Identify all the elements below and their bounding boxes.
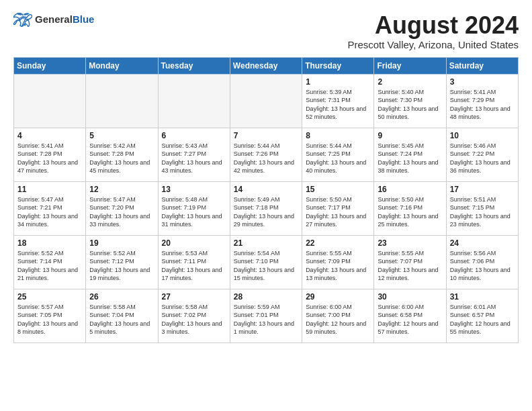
calendar-cell: 25Sunrise: 5:57 AMSunset: 7:05 PMDayligh… xyxy=(14,289,86,342)
day-number: 29 xyxy=(306,292,370,302)
day-number: 30 xyxy=(378,292,442,302)
col-friday: Friday xyxy=(374,57,446,74)
calendar-cell: 13Sunrise: 5:48 AMSunset: 7:19 PMDayligh… xyxy=(158,181,230,235)
cell-sun-info: Sunrise: 5:58 AMSunset: 7:02 PMDaylight:… xyxy=(162,303,226,336)
cell-sun-info: Sunrise: 5:45 AMSunset: 7:24 PMDaylight:… xyxy=(378,142,442,175)
cell-sun-info: Sunrise: 6:00 AMSunset: 6:58 PMDaylight:… xyxy=(378,303,442,336)
calendar-cell: 12Sunrise: 5:47 AMSunset: 7:20 PMDayligh… xyxy=(86,181,158,235)
calendar-cell xyxy=(14,74,86,128)
day-number: 3 xyxy=(450,77,515,87)
calendar-cell: 6Sunrise: 5:43 AMSunset: 7:27 PMDaylight… xyxy=(158,128,230,181)
page: GeneralBlue August 2024 Prescott Valley,… xyxy=(0,0,532,411)
cell-sun-info: Sunrise: 5:54 AMSunset: 7:10 PMDaylight:… xyxy=(234,249,298,283)
day-number: 6 xyxy=(162,131,226,140)
calendar-cell: 8Sunrise: 5:44 AMSunset: 7:25 PMDaylight… xyxy=(302,128,374,181)
cell-sun-info: Sunrise: 5:47 AMSunset: 7:21 PMDaylight:… xyxy=(17,195,82,229)
day-number: 26 xyxy=(89,292,154,302)
calendar-body: 1Sunrise: 5:39 AMSunset: 7:31 PMDaylight… xyxy=(14,74,519,342)
calendar-cell: 22Sunrise: 5:55 AMSunset: 7:09 PMDayligh… xyxy=(302,235,374,289)
day-number: 12 xyxy=(89,185,154,194)
day-number: 15 xyxy=(306,185,370,194)
logo: GeneralBlue xyxy=(13,12,94,27)
day-number: 4 xyxy=(17,131,82,140)
calendar-cell: 19Sunrise: 5:52 AMSunset: 7:12 PMDayligh… xyxy=(86,235,158,289)
calendar-cell: 7Sunrise: 5:44 AMSunset: 7:26 PMDaylight… xyxy=(230,128,302,181)
cell-sun-info: Sunrise: 5:52 AMSunset: 7:14 PMDaylight:… xyxy=(17,249,82,283)
cell-sun-info: Sunrise: 5:44 AMSunset: 7:25 PMDaylight:… xyxy=(306,142,370,175)
day-number: 1 xyxy=(306,77,370,87)
cell-sun-info: Sunrise: 5:46 AMSunset: 7:22 PMDaylight:… xyxy=(450,142,515,175)
calendar-cell xyxy=(86,74,158,128)
cell-sun-info: Sunrise: 5:50 AMSunset: 7:16 PMDaylight:… xyxy=(378,195,442,229)
calendar-cell: 21Sunrise: 5:54 AMSunset: 7:10 PMDayligh… xyxy=(230,235,302,289)
day-number: 9 xyxy=(378,131,442,140)
cell-sun-info: Sunrise: 6:00 AMSunset: 7:00 PMDaylight:… xyxy=(306,303,370,336)
day-number: 24 xyxy=(450,238,515,248)
cell-sun-info: Sunrise: 5:49 AMSunset: 7:18 PMDaylight:… xyxy=(234,195,298,229)
calendar-cell: 20Sunrise: 5:53 AMSunset: 7:11 PMDayligh… xyxy=(158,235,230,289)
cell-sun-info: Sunrise: 5:57 AMSunset: 7:05 PMDaylight:… xyxy=(17,303,82,336)
calendar-cell: 16Sunrise: 5:50 AMSunset: 7:16 PMDayligh… xyxy=(374,181,446,235)
logo-general-text: General xyxy=(35,13,73,25)
title-block: August 2024 Prescott Valley, Arizona, Un… xyxy=(347,12,519,50)
calendar-cell: 26Sunrise: 5:58 AMSunset: 7:04 PMDayligh… xyxy=(86,289,158,342)
day-number: 27 xyxy=(162,292,226,302)
col-saturday: Saturday xyxy=(446,57,518,74)
cell-sun-info: Sunrise: 5:53 AMSunset: 7:11 PMDaylight:… xyxy=(162,249,226,283)
calendar-cell: 10Sunrise: 5:46 AMSunset: 7:22 PMDayligh… xyxy=(446,128,518,181)
day-number: 7 xyxy=(234,131,298,140)
logo-blue-text: Blue xyxy=(73,13,95,25)
month-title: August 2024 xyxy=(347,12,519,39)
calendar-cell: 18Sunrise: 5:52 AMSunset: 7:14 PMDayligh… xyxy=(14,235,86,289)
cell-sun-info: Sunrise: 5:51 AMSunset: 7:15 PMDaylight:… xyxy=(450,195,515,229)
day-number: 14 xyxy=(234,185,298,194)
calendar-cell: 14Sunrise: 5:49 AMSunset: 7:18 PMDayligh… xyxy=(230,181,302,235)
header: GeneralBlue August 2024 Prescott Valley,… xyxy=(13,12,519,50)
calendar-cell: 15Sunrise: 5:50 AMSunset: 7:17 PMDayligh… xyxy=(302,181,374,235)
day-number: 28 xyxy=(234,292,298,302)
cell-sun-info: Sunrise: 5:56 AMSunset: 7:06 PMDaylight:… xyxy=(450,249,515,283)
day-number: 23 xyxy=(378,238,442,248)
calendar-cell: 3Sunrise: 5:41 AMSunset: 7:29 PMDaylight… xyxy=(446,74,518,128)
calendar-cell: 1Sunrise: 5:39 AMSunset: 7:31 PMDaylight… xyxy=(302,74,374,128)
cell-sun-info: Sunrise: 5:44 AMSunset: 7:26 PMDaylight:… xyxy=(234,142,298,175)
calendar-cell: 4Sunrise: 5:41 AMSunset: 7:28 PMDaylight… xyxy=(14,128,86,181)
day-number: 19 xyxy=(89,238,154,248)
cell-sun-info: Sunrise: 5:39 AMSunset: 7:31 PMDaylight:… xyxy=(306,88,370,122)
calendar-cell: 30Sunrise: 6:00 AMSunset: 6:58 PMDayligh… xyxy=(374,289,446,342)
day-number: 17 xyxy=(450,185,515,194)
calendar-cell: 5Sunrise: 5:42 AMSunset: 7:28 PMDaylight… xyxy=(86,128,158,181)
day-number: 10 xyxy=(450,131,515,140)
cell-sun-info: Sunrise: 5:50 AMSunset: 7:17 PMDaylight:… xyxy=(306,195,370,229)
calendar-cell: 2Sunrise: 5:40 AMSunset: 7:30 PMDaylight… xyxy=(374,74,446,128)
day-number: 5 xyxy=(89,131,154,140)
day-number: 22 xyxy=(306,238,370,248)
cell-sun-info: Sunrise: 5:43 AMSunset: 7:27 PMDaylight:… xyxy=(162,142,226,175)
day-number: 18 xyxy=(17,238,82,248)
col-tuesday: Tuesday xyxy=(158,57,230,74)
cell-sun-info: Sunrise: 5:41 AMSunset: 7:28 PMDaylight:… xyxy=(17,142,82,175)
calendar-week-row: 4Sunrise: 5:41 AMSunset: 7:28 PMDaylight… xyxy=(14,128,519,181)
cell-sun-info: Sunrise: 5:42 AMSunset: 7:28 PMDaylight:… xyxy=(89,142,154,175)
cell-sun-info: Sunrise: 5:59 AMSunset: 7:01 PMDaylight:… xyxy=(234,303,298,336)
calendar-cell: 23Sunrise: 5:55 AMSunset: 7:07 PMDayligh… xyxy=(374,235,446,289)
cell-sun-info: Sunrise: 5:55 AMSunset: 7:09 PMDaylight:… xyxy=(306,249,370,283)
calendar-cell: 29Sunrise: 6:00 AMSunset: 7:00 PMDayligh… xyxy=(302,289,374,342)
calendar-cell: 17Sunrise: 5:51 AMSunset: 7:15 PMDayligh… xyxy=(446,181,518,235)
day-number: 31 xyxy=(450,292,515,302)
calendar-cell xyxy=(230,74,302,128)
logo-text: GeneralBlue xyxy=(35,13,94,26)
calendar-table: Sunday Monday Tuesday Wednesday Thursday… xyxy=(13,57,519,343)
day-number: 25 xyxy=(17,292,82,302)
calendar-header-row: Sunday Monday Tuesday Wednesday Thursday… xyxy=(14,57,519,74)
calendar-cell: 11Sunrise: 5:47 AMSunset: 7:21 PMDayligh… xyxy=(14,181,86,235)
day-number: 2 xyxy=(378,77,442,87)
cell-sun-info: Sunrise: 6:01 AMSunset: 6:57 PMDaylight:… xyxy=(450,303,515,336)
calendar-week-row: 25Sunrise: 5:57 AMSunset: 7:05 PMDayligh… xyxy=(14,289,519,342)
calendar-cell: 24Sunrise: 5:56 AMSunset: 7:06 PMDayligh… xyxy=(446,235,518,289)
calendar-week-row: 18Sunrise: 5:52 AMSunset: 7:14 PMDayligh… xyxy=(14,235,519,289)
day-number: 20 xyxy=(162,238,226,248)
day-number: 13 xyxy=(162,185,226,194)
col-wednesday: Wednesday xyxy=(230,57,302,74)
cell-sun-info: Sunrise: 5:40 AMSunset: 7:30 PMDaylight:… xyxy=(378,88,442,122)
